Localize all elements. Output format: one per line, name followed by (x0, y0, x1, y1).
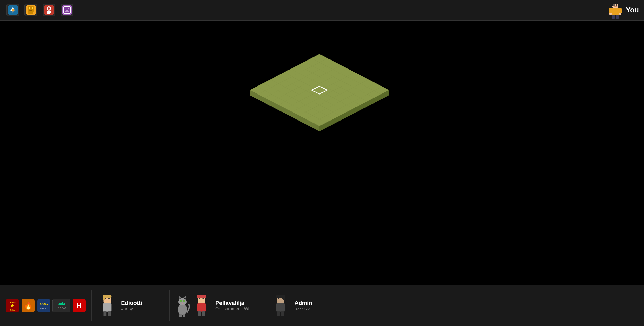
pellavalilja-info: Pellavalilja Oh, summer... Wh... (215, 300, 254, 312)
svg-rect-100 (198, 311, 201, 316)
svg-rect-81 (103, 295, 105, 300)
admin-status: bzzzzzz (294, 306, 312, 312)
svg-rect-11 (32, 7, 33, 9)
isometric-floor (242, 46, 402, 144)
ediootti-name: Ediootti (121, 300, 142, 306)
svg-rect-13 (28, 12, 33, 14)
rooms-button[interactable] (41, 2, 57, 18)
h-badge[interactable]: H (72, 299, 86, 313)
svg-rect-38 (619, 13, 621, 15)
svg-rect-108 (277, 311, 280, 316)
cat-avatar (175, 294, 190, 317)
svg-rect-102 (276, 303, 285, 312)
pellavalilja-status: Oh, summer... Wh... (215, 306, 254, 312)
svg-rect-10 (29, 7, 30, 9)
flames-badge[interactable]: 🔥 (21, 299, 35, 313)
bottom-player-bar: ★ GRAND PAPA 🔥 100% HABBO beta (0, 285, 644, 326)
svg-text:GRAND: GRAND (9, 301, 16, 303)
ediootti-status: #artsy (121, 306, 142, 312)
game-viewport[interactable] (0, 21, 644, 285)
grand-papa-badge[interactable]: ★ GRAND PAPA (5, 299, 19, 313)
player-entry-pellavalilja[interactable]: Pellavalilja Oh, summer... Wh... (172, 293, 262, 319)
admin-name: Admin (294, 300, 312, 306)
svg-rect-30 (612, 2, 613, 6)
admin-info: Admin bzzzzzz (294, 300, 312, 312)
svg-rect-94 (183, 314, 185, 317)
svg-rect-109 (281, 311, 284, 316)
svg-rect-105 (283, 295, 285, 300)
svg-rect-85 (108, 311, 111, 316)
nav-icon-group (5, 2, 75, 18)
svg-rect-99 (203, 298, 204, 299)
divider-2 (169, 290, 170, 321)
svg-point-17 (48, 7, 50, 10)
svg-rect-107 (282, 298, 283, 299)
svg-rect-25 (65, 8, 66, 11)
svg-text:LAB RAT: LAB RAT (57, 307, 66, 310)
svg-rect-73 (52, 299, 70, 312)
inventory-button[interactable] (59, 2, 75, 18)
svg-point-90 (180, 300, 182, 302)
svg-rect-97 (197, 295, 206, 298)
svg-point-86 (178, 304, 187, 315)
svg-rect-39 (612, 15, 615, 19)
svg-rect-35 (609, 8, 612, 13)
svg-text:🔥: 🔥 (23, 301, 32, 310)
user-avatar (608, 1, 623, 19)
svg-text:HABBO: HABBO (40, 307, 47, 310)
svg-rect-34 (611, 8, 620, 15)
svg-rect-98 (199, 298, 200, 299)
svg-rect-40 (616, 15, 619, 19)
svg-rect-12 (29, 10, 32, 11)
svg-rect-27 (68, 9, 69, 11)
catalog-button[interactable] (23, 2, 39, 18)
ediootti-avatar (97, 293, 117, 319)
svg-rect-32 (616, 4, 617, 6)
navigator-button[interactable] (5, 2, 21, 18)
svg-rect-37 (609, 13, 612, 15)
svg-text:PAPA: PAPA (10, 309, 15, 311)
divider-1 (91, 290, 92, 321)
beta-badge[interactable]: beta LAB RAT (52, 299, 70, 313)
svg-marker-89 (183, 296, 187, 299)
svg-rect-36 (619, 8, 622, 13)
svg-text:100%: 100% (40, 303, 48, 306)
svg-point-91 (183, 300, 185, 302)
ediootti-info: Ediootti #artsy (121, 300, 142, 312)
inventory-icon (60, 3, 74, 17)
svg-rect-95 (197, 303, 206, 312)
svg-rect-78 (103, 303, 112, 312)
svg-rect-20 (47, 11, 51, 13)
top-navigation-bar: You (0, 0, 644, 21)
user-area[interactable]: You (608, 1, 639, 19)
100-habbo-badge[interactable]: 100% HABBO (37, 299, 51, 313)
pellavalilja-avatar (191, 293, 212, 319)
svg-rect-93 (179, 314, 182, 317)
svg-rect-101 (202, 311, 205, 316)
divider-3 (265, 290, 265, 321)
svg-text:beta: beta (58, 302, 65, 306)
rooms-icon (42, 3, 56, 17)
svg-rect-33 (614, 6, 617, 7)
svg-rect-106 (278, 298, 279, 299)
svg-rect-82 (105, 298, 106, 299)
svg-point-87 (178, 298, 187, 305)
pellavalilja-name: Pellavalilja (215, 300, 254, 306)
svg-rect-83 (108, 298, 110, 299)
player-entry-ediootti[interactable]: Ediootti #artsy (94, 293, 166, 319)
catalog-icon (24, 3, 38, 17)
svg-rect-26 (66, 8, 68, 10)
svg-point-6 (12, 9, 14, 11)
svg-rect-92 (182, 303, 183, 304)
player-entry-admin[interactable]: Admin bzzzzzz (268, 293, 340, 319)
svg-rect-84 (103, 311, 106, 316)
admin-avatar (270, 293, 291, 319)
svg-marker-88 (178, 296, 181, 299)
svg-text:H: H (77, 302, 81, 310)
svg-rect-31 (613, 4, 615, 6)
user-name-label: You (626, 6, 639, 14)
navigator-icon (6, 3, 20, 17)
badges-group: ★ GRAND PAPA 🔥 100% HABBO beta (5, 299, 89, 313)
